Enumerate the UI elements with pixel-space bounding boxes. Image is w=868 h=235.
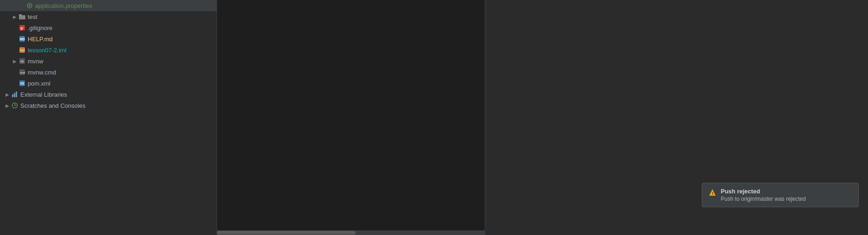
tree-item-label: pom.xml	[28, 80, 217, 87]
expand-arrow: ▶	[11, 13, 18, 20]
tree-item-scratches-consoles[interactable]: ▶ Scratches and Consoles	[0, 100, 217, 111]
svg-text:sh: sh	[20, 60, 24, 63]
expand-arrow: ▶	[4, 91, 11, 98]
tree-item-mvnw[interactable]: ▶ sh mvnw	[0, 56, 217, 67]
push-rejected-notification: ! Push rejected Push to origin/master wa…	[702, 183, 859, 207]
expand-arrow: ▶	[11, 57, 18, 65]
no-arrow	[11, 35, 18, 43]
svg-rect-3	[19, 14, 22, 16]
scrollbar-thumb[interactable]	[217, 231, 356, 235]
tree-item-test[interactable]: ▶ test	[0, 11, 217, 22]
tree-item-mvnw-cmd[interactable]: cmd mvnw.cmd	[0, 67, 217, 78]
tree-item-label: External Libraries	[20, 91, 217, 98]
iml-icon: iml	[18, 46, 26, 54]
tree-item-application-properties[interactable]: application.properties	[0, 0, 217, 11]
svg-rect-16	[12, 94, 13, 97]
svg-text:MD: MD	[20, 37, 25, 41]
tree-item-label: Scratches and Consoles	[20, 102, 217, 109]
md-icon: MD	[18, 35, 26, 43]
no-arrow	[11, 68, 18, 76]
tree-item-lesson-iml[interactable]: iml lesson07-2.iml	[0, 44, 217, 56]
scratch-icon	[11, 102, 18, 109]
svg-text:!: !	[712, 191, 713, 196]
no-arrow	[11, 46, 18, 54]
scrollbar-track[interactable]	[217, 230, 485, 235]
tree-item-label: mvnw.cmd	[28, 69, 217, 76]
no-arrow	[11, 24, 18, 31]
tree-item-pom-xml[interactable]: m pom.xml	[0, 78, 217, 89]
leaf-icon	[26, 2, 33, 9]
file-tree-sidebar: application.properties ▶ test gi .gitign…	[0, 0, 217, 235]
tree-item-gitignore[interactable]: gi .gitignore	[0, 22, 217, 33]
notification-body: Push to origin/master was rejected	[721, 196, 852, 202]
tree-item-label: application.properties	[35, 2, 217, 9]
cmd-icon: cmd	[18, 68, 26, 76]
mvnw-icon: sh	[18, 57, 26, 65]
tree-item-external-libraries[interactable]: ▶ External Libraries	[0, 89, 217, 100]
notification-title: Push rejected	[721, 188, 852, 195]
warning-icon: !	[709, 189, 716, 198]
svg-point-1	[29, 5, 30, 6]
tree-item-label: .gitignore	[28, 25, 217, 31]
editor-area	[217, 0, 485, 235]
svg-text:gi: gi	[20, 26, 23, 30]
tree-item-label: test	[28, 13, 217, 20]
no-arrow	[18, 2, 26, 9]
right-panel: ! Push rejected Push to origin/master wa…	[485, 0, 868, 235]
tree-item-label: mvnw	[28, 58, 217, 65]
svg-rect-18	[16, 92, 17, 97]
svg-text:iml: iml	[20, 49, 24, 52]
tree-item-help-md[interactable]: MD HELP.md	[0, 33, 217, 44]
svg-text:cmd: cmd	[20, 71, 25, 74]
svg-rect-17	[14, 93, 15, 97]
tree-item-label: lesson07-2.iml	[28, 47, 217, 54]
folder-icon	[18, 13, 26, 20]
git-icon: gi	[18, 24, 26, 31]
tree-item-label: HELP.md	[28, 36, 217, 43]
notification-content: Push rejected Push to origin/master was …	[721, 188, 852, 202]
extlib-icon	[11, 91, 18, 98]
expand-arrow: ▶	[4, 102, 11, 109]
pom-icon: m	[18, 80, 26, 87]
no-arrow	[11, 80, 18, 87]
svg-text:m: m	[20, 81, 24, 86]
